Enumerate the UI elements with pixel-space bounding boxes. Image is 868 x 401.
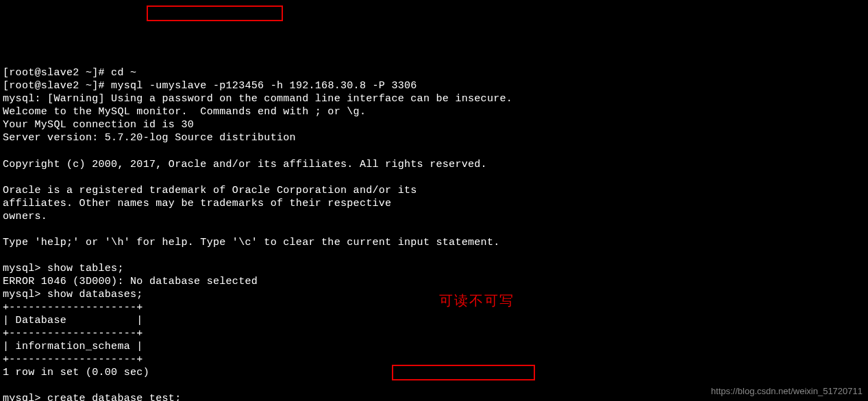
terminal-line-11: owners.	[3, 211, 47, 222]
terminal-line-3: Welcome to the MySQL monitor. Commands e…	[3, 106, 366, 118]
terminal-line-2: mysql: [Warning] Using a password on the…	[3, 93, 512, 105]
terminal-line-0: [root@slave2 ~]# cd ~	[3, 67, 136, 79]
cmd-suffix: -h 192.168.30.8 -P 3306	[271, 80, 417, 92]
terminal-line-23: 1 row in set (0.00 sec)	[3, 367, 149, 378]
terminal-line-10: affiliates. Other names may be trademark…	[3, 198, 391, 209]
terminal-line-20: +--------------------+	[3, 328, 143, 339]
terminal-line-15: mysql> show tables;	[3, 263, 124, 274]
annotation-label: 可读不可写	[439, 292, 514, 309]
cmd-prefix: [root@slave2 ~]# mysql	[3, 80, 149, 92]
terminal-line-22: +--------------------+	[3, 354, 143, 365]
terminal-line-19: | Database |	[3, 315, 143, 326]
terminal-line-18: +--------------------+	[3, 302, 143, 313]
terminal-line-9: Oracle is a registered trademark of Orac…	[3, 185, 417, 196]
terminal-output: [root@slave2 ~]# cd ~ [root@slave2 ~]# m…	[3, 53, 865, 401]
terminal-line-13: Type 'help;' or '\h' for help. Type '\c'…	[3, 237, 500, 248]
terminal-line-5: Server version: 5.7.20-log Source distri…	[3, 132, 296, 144]
watermark-text: https://blog.csdn.net/weixin_51720711	[711, 386, 863, 398]
terminal-line-4: Your MySQL connection id is 30	[3, 119, 194, 131]
terminal-line-25: mysql> create database test;	[3, 393, 181, 401]
cmd-credentials: -umyslave -p123456	[149, 80, 271, 92]
terminal-line-21: | information_schema |	[3, 341, 143, 352]
terminal-line-1: [root@slave2 ~]# mysql -umyslave -p12345…	[3, 80, 417, 92]
terminal-line-7: Copyright (c) 2000, 2017, Oracle and/or …	[3, 159, 487, 170]
credentials-highlight-box	[147, 5, 283, 21]
terminal-line-17: mysql> show databases;	[3, 289, 143, 300]
terminal-line-16: ERROR 1046 (3D000): No database selected	[3, 276, 258, 287]
